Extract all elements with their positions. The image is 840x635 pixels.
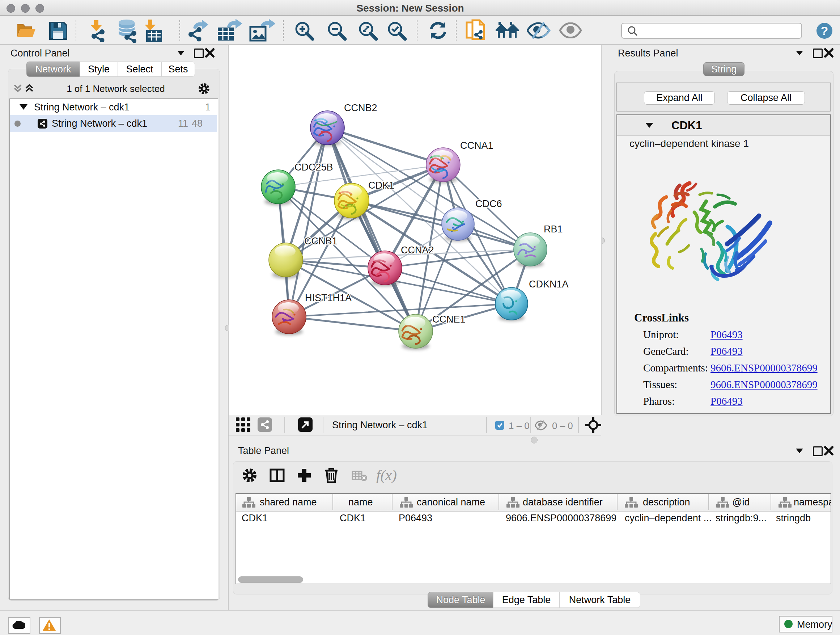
svg-text:CDKN1A: CDKN1A xyxy=(529,279,569,290)
svg-text:CDK1: CDK1 xyxy=(368,180,394,191)
svg-text:HIST1H1A: HIST1H1A xyxy=(305,293,352,303)
svg-text:CCNB1: CCNB1 xyxy=(304,236,338,247)
svg-text:CDC6: CDC6 xyxy=(475,198,502,209)
svg-text:CDC25B: CDC25B xyxy=(294,162,333,173)
svg-text:CCNA2: CCNA2 xyxy=(401,245,434,256)
svg-text:RB1: RB1 xyxy=(544,224,563,234)
svg-text:CCNE1: CCNE1 xyxy=(432,314,466,325)
svg-text:CCNA1: CCNA1 xyxy=(460,140,493,151)
svg-text:CCNB2: CCNB2 xyxy=(344,103,377,113)
